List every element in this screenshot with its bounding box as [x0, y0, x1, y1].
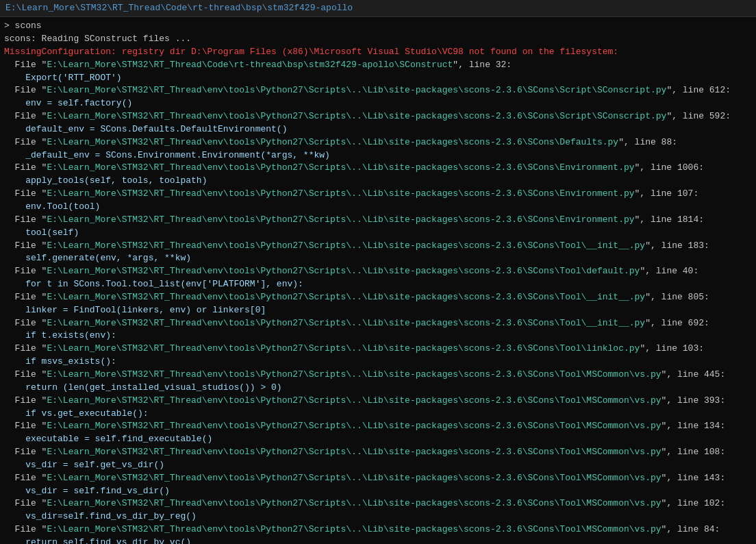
terminal-line: File "E:\Learn_More\STM32\RT_Thread\env\…: [4, 162, 752, 175]
terminal-line: File "E:\Learn_More\STM32\RT_Thread\env\…: [4, 472, 752, 485]
terminal-line: File "E:\Learn_More\STM32\RT_Thread\env\…: [4, 497, 752, 510]
terminal-content[interactable]: > sconsscons: Reading SConstruct files .…: [0, 17, 756, 544]
terminal-line: File "E:\Learn_More\STM32\RT_Thread\env\…: [4, 420, 752, 433]
terminal-line: File "E:\Learn_More\STM32\RT_Thread\env\…: [4, 446, 752, 459]
terminal-line: default_env = SCons.Defaults.DefaultEnvi…: [4, 123, 752, 136]
terminal-line: scons: Reading SConstruct files ...: [4, 33, 752, 46]
terminal-line: executable = self.find_executable(): [4, 433, 752, 446]
terminal-line: for t in SCons.Tool.tool_list(env['PLATF…: [4, 278, 752, 291]
terminal-line: if msvs_exists():: [4, 356, 752, 369]
terminal-line: File "E:\Learn_More\STM32\RT_Thread\env\…: [4, 214, 752, 227]
terminal-line: linker = FindTool(linkers, env) or linke…: [4, 304, 752, 317]
terminal-line: tool(self): [4, 227, 752, 240]
terminal-line: File "E:\Learn_More\STM32\RT_Thread\env\…: [4, 523, 752, 536]
terminal-line: if vs.get_executable():: [4, 408, 752, 421]
terminal-line: File "E:\Learn_More\STM32\RT_Thread\env\…: [4, 84, 752, 97]
terminal-line: return (len(get_installed_visual_studios…: [4, 382, 752, 395]
terminal-window: E:\Learn_More\STM32\RT_Thread\Code\rt-th…: [0, 0, 756, 544]
terminal-line: File "E:\Learn_More\STM32\RT_Thread\env\…: [4, 395, 752, 408]
terminal-line: File "E:\Learn_More\STM32\RT_Thread\env\…: [4, 136, 752, 149]
terminal-line: File "E:\Learn_More\STM32\RT_Thread\env\…: [4, 317, 752, 330]
terminal-line: vs_dir = self.find_vs_dir(): [4, 485, 752, 498]
terminal-line: File "E:\Learn_More\STM32\RT_Thread\env\…: [4, 369, 752, 382]
terminal-line: vs_dir=self.find_vs_dir_by_reg(): [4, 510, 752, 523]
terminal-line: if t.exists(env):: [4, 330, 752, 343]
terminal-line: vs_dir = self.get_vs_dir(): [4, 459, 752, 472]
terminal-line: Export('RTT_ROOT'): [4, 72, 752, 85]
terminal-line: env = self.factory(): [4, 97, 752, 110]
terminal-line: self.generate(env, *args, **kw): [4, 252, 752, 265]
terminal-line: File "E:\Learn_More\STM32\RT_Thread\env\…: [4, 240, 752, 253]
terminal-line: apply_tools(self, tools, toolpath): [4, 175, 752, 188]
terminal-line: File "E:\Learn_More\STM32\RT_Thread\env\…: [4, 265, 752, 278]
terminal-line: > scons: [4, 20, 752, 33]
terminal-line: File "E:\Learn_More\STM32\RT_Thread\env\…: [4, 343, 752, 356]
terminal-line: File "E:\Learn_More\STM32\RT_Thread\env\…: [4, 188, 752, 201]
terminal-line: File "E:\Learn_More\STM32\RT_Thread\env\…: [4, 110, 752, 123]
terminal-line: MissingConfiguration: registry dir D:\Pr…: [4, 46, 752, 59]
terminal-line: File "E:\Learn_More\STM32\RT_Thread\env\…: [4, 291, 752, 304]
terminal-line: _default_env = SCons.Environment.Environ…: [4, 149, 752, 162]
terminal-line: env.Tool(tool): [4, 201, 752, 214]
terminal-line: File "E:\Learn_More\STM32\RT_Thread\Code…: [4, 59, 752, 72]
terminal-line: return self.find_vs_dir_by_vc(): [4, 536, 752, 544]
title-text: E:\Learn_More\STM32\RT_Thread\Code\rt-th…: [5, 3, 353, 13]
title-bar: E:\Learn_More\STM32\RT_Thread\Code\rt-th…: [0, 0, 756, 17]
